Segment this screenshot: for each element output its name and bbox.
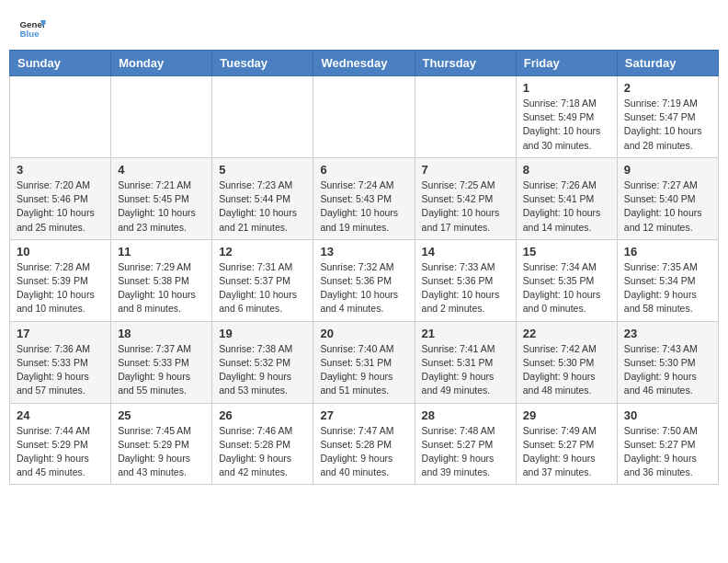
day-info: Sunrise: 7:32 AM Sunset: 5:36 PM Dayligh… bbox=[320, 260, 407, 316]
header-cell-saturday: Saturday bbox=[617, 51, 718, 76]
day-cell: 17Sunrise: 7:36 AM Sunset: 5:33 PM Dayli… bbox=[10, 321, 111, 403]
day-number: 7 bbox=[422, 163, 509, 177]
day-cell: 16Sunrise: 7:35 AM Sunset: 5:34 PM Dayli… bbox=[617, 239, 718, 321]
day-number: 15 bbox=[523, 245, 610, 259]
week-row-5: 24Sunrise: 7:44 AM Sunset: 5:29 PM Dayli… bbox=[10, 403, 719, 485]
day-cell: 23Sunrise: 7:43 AM Sunset: 5:30 PM Dayli… bbox=[617, 321, 718, 403]
day-info: Sunrise: 7:20 AM Sunset: 5:46 PM Dayligh… bbox=[17, 178, 104, 235]
day-info: Sunrise: 7:31 AM Sunset: 5:37 PM Dayligh… bbox=[219, 260, 306, 316]
day-cell bbox=[415, 76, 516, 158]
day-info: Sunrise: 7:47 AM Sunset: 5:28 PM Dayligh… bbox=[320, 424, 407, 480]
day-number: 2 bbox=[624, 81, 711, 95]
day-number: 3 bbox=[17, 163, 104, 177]
day-cell: 30Sunrise: 7:50 AM Sunset: 5:27 PM Dayli… bbox=[617, 403, 718, 485]
day-number: 1 bbox=[523, 81, 610, 95]
day-cell: 11Sunrise: 7:29 AM Sunset: 5:38 PM Dayli… bbox=[111, 239, 212, 321]
day-number: 28 bbox=[422, 408, 509, 422]
day-cell: 3Sunrise: 7:20 AM Sunset: 5:46 PM Daylig… bbox=[10, 157, 111, 239]
day-info: Sunrise: 7:35 AM Sunset: 5:34 PM Dayligh… bbox=[624, 260, 711, 316]
day-info: Sunrise: 7:29 AM Sunset: 5:38 PM Dayligh… bbox=[118, 260, 205, 316]
day-number: 23 bbox=[624, 327, 711, 340]
week-row-3: 10Sunrise: 7:28 AM Sunset: 5:39 PM Dayli… bbox=[10, 239, 719, 321]
day-number: 6 bbox=[320, 163, 407, 177]
day-info: Sunrise: 7:37 AM Sunset: 5:33 PM Dayligh… bbox=[118, 342, 205, 398]
day-info: Sunrise: 7:33 AM Sunset: 5:36 PM Dayligh… bbox=[422, 260, 509, 316]
day-number: 17 bbox=[17, 327, 104, 340]
header-cell-wednesday: Wednesday bbox=[313, 51, 415, 76]
day-number: 8 bbox=[523, 163, 610, 177]
day-number: 4 bbox=[118, 163, 205, 177]
day-cell: 4Sunrise: 7:21 AM Sunset: 5:45 PM Daylig… bbox=[111, 157, 212, 239]
day-info: Sunrise: 7:27 AM Sunset: 5:40 PM Dayligh… bbox=[624, 178, 711, 235]
day-cell: 1Sunrise: 7:18 AM Sunset: 5:49 PM Daylig… bbox=[516, 76, 617, 158]
day-number: 11 bbox=[118, 245, 205, 259]
day-info: Sunrise: 7:42 AM Sunset: 5:30 PM Dayligh… bbox=[523, 342, 610, 398]
day-number: 9 bbox=[624, 163, 711, 177]
day-cell: 27Sunrise: 7:47 AM Sunset: 5:28 PM Dayli… bbox=[313, 403, 415, 485]
day-number: 14 bbox=[422, 245, 509, 259]
day-info: Sunrise: 7:34 AM Sunset: 5:35 PM Dayligh… bbox=[523, 260, 610, 316]
day-info: Sunrise: 7:28 AM Sunset: 5:39 PM Dayligh… bbox=[17, 260, 104, 316]
day-info: Sunrise: 7:36 AM Sunset: 5:33 PM Dayligh… bbox=[17, 342, 104, 398]
day-cell: 7Sunrise: 7:25 AM Sunset: 5:42 PM Daylig… bbox=[415, 157, 516, 239]
day-cell: 19Sunrise: 7:38 AM Sunset: 5:32 PM Dayli… bbox=[212, 321, 313, 403]
header-cell-tuesday: Tuesday bbox=[212, 51, 313, 76]
week-row-1: 1Sunrise: 7:18 AM Sunset: 5:49 PM Daylig… bbox=[10, 76, 719, 158]
day-cell: 9Sunrise: 7:27 AM Sunset: 5:40 PM Daylig… bbox=[617, 157, 718, 239]
day-cell: 24Sunrise: 7:44 AM Sunset: 5:29 PM Dayli… bbox=[10, 403, 111, 485]
day-info: Sunrise: 7:40 AM Sunset: 5:31 PM Dayligh… bbox=[320, 342, 407, 398]
day-cell: 21Sunrise: 7:41 AM Sunset: 5:31 PM Dayli… bbox=[415, 321, 516, 403]
day-cell: 14Sunrise: 7:33 AM Sunset: 5:36 PM Dayli… bbox=[415, 239, 516, 321]
calendar-body: 1Sunrise: 7:18 AM Sunset: 5:49 PM Daylig… bbox=[10, 76, 719, 485]
day-info: Sunrise: 7:38 AM Sunset: 5:32 PM Dayligh… bbox=[219, 342, 306, 398]
day-info: Sunrise: 7:26 AM Sunset: 5:41 PM Dayligh… bbox=[523, 178, 610, 235]
day-number: 26 bbox=[219, 408, 306, 422]
calendar-header: SundayMondayTuesdayWednesdayThursdayFrid… bbox=[10, 51, 719, 76]
day-cell: 26Sunrise: 7:46 AM Sunset: 5:28 PM Dayli… bbox=[212, 403, 313, 485]
day-info: Sunrise: 7:44 AM Sunset: 5:29 PM Dayligh… bbox=[17, 424, 104, 480]
day-info: Sunrise: 7:46 AM Sunset: 5:28 PM Dayligh… bbox=[219, 424, 306, 480]
day-info: Sunrise: 7:50 AM Sunset: 5:27 PM Dayligh… bbox=[624, 424, 711, 480]
day-cell: 18Sunrise: 7:37 AM Sunset: 5:33 PM Dayli… bbox=[111, 321, 212, 403]
logo: General Blue bbox=[18, 15, 46, 42]
day-info: Sunrise: 7:21 AM Sunset: 5:45 PM Dayligh… bbox=[118, 178, 205, 235]
day-cell: 2Sunrise: 7:19 AM Sunset: 5:47 PM Daylig… bbox=[617, 76, 718, 158]
day-number: 22 bbox=[523, 327, 610, 340]
calendar-wrapper: SundayMondayTuesdayWednesdayThursdayFrid… bbox=[0, 50, 728, 494]
day-info: Sunrise: 7:19 AM Sunset: 5:47 PM Dayligh… bbox=[624, 97, 711, 153]
day-cell: 10Sunrise: 7:28 AM Sunset: 5:39 PM Dayli… bbox=[10, 239, 111, 321]
day-number: 30 bbox=[624, 408, 711, 422]
day-number: 19 bbox=[219, 327, 306, 340]
day-number: 20 bbox=[320, 327, 407, 340]
day-cell: 12Sunrise: 7:31 AM Sunset: 5:37 PM Dayli… bbox=[212, 239, 313, 321]
day-cell: 6Sunrise: 7:24 AM Sunset: 5:43 PM Daylig… bbox=[313, 157, 415, 239]
day-number: 12 bbox=[219, 245, 306, 259]
header-cell-sunday: Sunday bbox=[10, 51, 111, 76]
day-number: 10 bbox=[17, 245, 104, 259]
day-cell bbox=[313, 76, 415, 158]
header-row: SundayMondayTuesdayWednesdayThursdayFrid… bbox=[10, 51, 719, 76]
week-row-4: 17Sunrise: 7:36 AM Sunset: 5:33 PM Dayli… bbox=[10, 321, 719, 403]
day-number: 18 bbox=[118, 327, 205, 340]
header-cell-friday: Friday bbox=[516, 51, 617, 76]
calendar-table: SundayMondayTuesdayWednesdayThursdayFrid… bbox=[9, 50, 719, 485]
day-info: Sunrise: 7:24 AM Sunset: 5:43 PM Dayligh… bbox=[320, 178, 407, 235]
day-cell bbox=[212, 76, 313, 158]
day-cell: 15Sunrise: 7:34 AM Sunset: 5:35 PM Dayli… bbox=[516, 239, 617, 321]
day-number: 16 bbox=[624, 245, 711, 259]
day-number: 24 bbox=[17, 408, 104, 422]
day-cell: 5Sunrise: 7:23 AM Sunset: 5:44 PM Daylig… bbox=[212, 157, 313, 239]
day-cell bbox=[111, 76, 212, 158]
day-info: Sunrise: 7:48 AM Sunset: 5:27 PM Dayligh… bbox=[422, 424, 509, 480]
day-number: 21 bbox=[422, 327, 509, 340]
logo-icon: General Blue bbox=[18, 15, 46, 42]
day-cell: 20Sunrise: 7:40 AM Sunset: 5:31 PM Dayli… bbox=[313, 321, 415, 403]
day-cell: 29Sunrise: 7:49 AM Sunset: 5:27 PM Dayli… bbox=[516, 403, 617, 485]
day-info: Sunrise: 7:49 AM Sunset: 5:27 PM Dayligh… bbox=[523, 424, 610, 480]
day-number: 29 bbox=[523, 408, 610, 422]
day-cell: 8Sunrise: 7:26 AM Sunset: 5:41 PM Daylig… bbox=[516, 157, 617, 239]
day-info: Sunrise: 7:23 AM Sunset: 5:44 PM Dayligh… bbox=[219, 178, 306, 235]
day-number: 27 bbox=[320, 408, 407, 422]
day-info: Sunrise: 7:41 AM Sunset: 5:31 PM Dayligh… bbox=[422, 342, 509, 398]
page-header: General Blue bbox=[0, 0, 728, 50]
